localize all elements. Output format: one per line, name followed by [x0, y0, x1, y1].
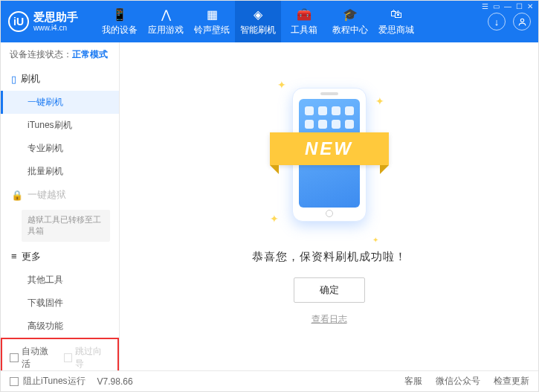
- conn-mode: 正常模式: [72, 49, 108, 60]
- app-url: www.i4.cn: [33, 24, 78, 33]
- phone-icon: ▯: [11, 74, 16, 85]
- tutorial-icon: 🎓: [343, 7, 358, 22]
- nav-label: 智能刷机: [240, 24, 276, 36]
- lock-icon: 🔒: [11, 190, 23, 201]
- logo-badge-icon: iU: [8, 11, 29, 32]
- main-content: ✦ ✦ ✦ ✦ NEW 恭喜您，保资料刷机成功啦！ 确定 查看日志: [120, 42, 538, 370]
- checkbox-auto-activate[interactable]: 自动激活: [10, 345, 57, 370]
- device-icon: 📱: [112, 7, 127, 22]
- skin-icon[interactable]: ▭: [493, 2, 500, 10]
- maximize-icon[interactable]: ☐: [516, 2, 523, 10]
- download-button[interactable]: ↓: [488, 13, 506, 30]
- nav-label: 应用游戏: [148, 24, 184, 36]
- confirm-button[interactable]: 确定: [294, 277, 365, 303]
- sidebar-item-pro-flash[interactable]: 专业刷机: [1, 137, 119, 160]
- checkbox-icon: [64, 353, 73, 362]
- app-title: 爱思助手: [33, 10, 78, 24]
- group-label: 更多: [22, 250, 41, 263]
- nav-label: 教程中心: [332, 24, 368, 36]
- nav-apps-games[interactable]: ⋀ 应用游戏: [143, 1, 189, 42]
- checkbox-label: 跳过向导: [75, 345, 110, 370]
- sidebar-item-itunes-flash[interactable]: iTunes刷机: [1, 114, 119, 137]
- toolbox-icon: 🧰: [297, 7, 312, 22]
- checkbox-icon: [10, 377, 19, 386]
- logo-area[interactable]: iU 爱思助手 www.i4.cn: [8, 10, 78, 33]
- body-area: 设备连接状态：正常模式 ▯ 刷机 一键刷机 iTunes刷机 专业刷机 批量刷机…: [1, 42, 538, 370]
- sidebar-group-flash[interactable]: ▯ 刷机: [1, 67, 119, 91]
- version-label: V7.98.66: [97, 376, 133, 387]
- sidebar-item-advanced[interactable]: 高级功能: [1, 315, 119, 338]
- nav-ringtones[interactable]: ▦ 铃声壁纸: [189, 1, 235, 42]
- window-controls: ☰ ▭ — ☐ ✕: [482, 2, 533, 10]
- sidebar-group-more[interactable]: ≡ 更多: [1, 245, 119, 269]
- checkbox-label: 自动激活: [22, 345, 57, 370]
- nav-label: 爱思商城: [378, 24, 414, 36]
- top-nav: 📱 我的设备 ⋀ 应用游戏 ▦ 铃声壁纸 ◈ 智能刷机 🧰 工具箱 🎓 教程中心…: [97, 1, 488, 42]
- sidebar-item-onekey-flash[interactable]: 一键刷机: [1, 91, 119, 114]
- checkbox-icon: [10, 353, 19, 362]
- sidebar: 设备连接状态：正常模式 ▯ 刷机 一键刷机 iTunes刷机 专业刷机 批量刷机…: [1, 42, 120, 370]
- conn-label: 设备连接状态：: [10, 49, 72, 60]
- nav-tutorials[interactable]: 🎓 教程中心: [327, 1, 373, 42]
- ringtone-icon: ▦: [204, 7, 219, 22]
- checkbox-label: 阻止iTunes运行: [23, 375, 85, 388]
- nav-my-device[interactable]: 📱 我的设备: [97, 1, 143, 42]
- store-icon: 🛍: [389, 7, 404, 22]
- sidebar-group-jailbreak: 🔒 一键越狱: [1, 183, 119, 207]
- sidebar-options-highlighted: 自动激活 跳过向导: [1, 338, 119, 370]
- sidebar-item-other-tools[interactable]: 其他工具: [1, 269, 119, 292]
- jailbreak-moved-note: 越狱工具已转移至工具箱: [22, 210, 110, 242]
- nav-flash[interactable]: ◈ 智能刷机: [235, 1, 281, 42]
- nav-label: 铃声壁纸: [194, 24, 230, 36]
- footer-link-support[interactable]: 客服: [404, 375, 422, 388]
- group-label: 刷机: [21, 72, 40, 86]
- connection-status: 设备连接状态：正常模式: [1, 42, 119, 67]
- flash-icon: ◈: [251, 7, 265, 22]
- account-button[interactable]: [513, 13, 531, 30]
- footer-bar: 阻止iTunes运行 V7.98.66 客服 微信公众号 检查更新: [1, 370, 538, 391]
- checkbox-block-itunes[interactable]: 阻止iTunes运行: [10, 375, 85, 388]
- apps-icon: ⋀: [158, 7, 173, 22]
- success-message: 恭喜您，保资料刷机成功啦！: [252, 250, 407, 264]
- nav-toolbox[interactable]: 🧰 工具箱: [281, 1, 327, 42]
- checkbox-skip-guide[interactable]: 跳过向导: [64, 345, 111, 370]
- minimize-icon[interactable]: —: [504, 2, 511, 10]
- group-label: 一键越狱: [28, 188, 66, 202]
- svg-point-0: [520, 19, 523, 22]
- nav-label: 工具箱: [291, 24, 317, 36]
- nav-label: 我的设备: [102, 24, 138, 36]
- footer-link-update[interactable]: 检查更新: [494, 375, 529, 388]
- header-right: ↓: [488, 13, 531, 30]
- new-ribbon: NEW: [270, 132, 389, 165]
- close-icon[interactable]: ✕: [527, 2, 533, 10]
- menu-icon[interactable]: ☰: [482, 2, 488, 10]
- header-bar: iU 爱思助手 www.i4.cn 📱 我的设备 ⋀ 应用游戏 ▦ 铃声壁纸 ◈…: [1, 1, 538, 42]
- phone-illustration: ✦ ✦ ✦ ✦ NEW: [285, 88, 374, 237]
- footer-links: 客服 微信公众号 检查更新: [404, 375, 529, 388]
- sidebar-item-batch-flash[interactable]: 批量刷机: [1, 160, 119, 183]
- more-icon: ≡: [11, 251, 17, 262]
- sidebar-item-download-firmware[interactable]: 下载固件: [1, 292, 119, 315]
- nav-store[interactable]: 🛍 爱思商城: [373, 1, 419, 42]
- view-log-link[interactable]: 查看日志: [312, 313, 347, 326]
- footer-link-wechat[interactable]: 微信公众号: [436, 375, 480, 388]
